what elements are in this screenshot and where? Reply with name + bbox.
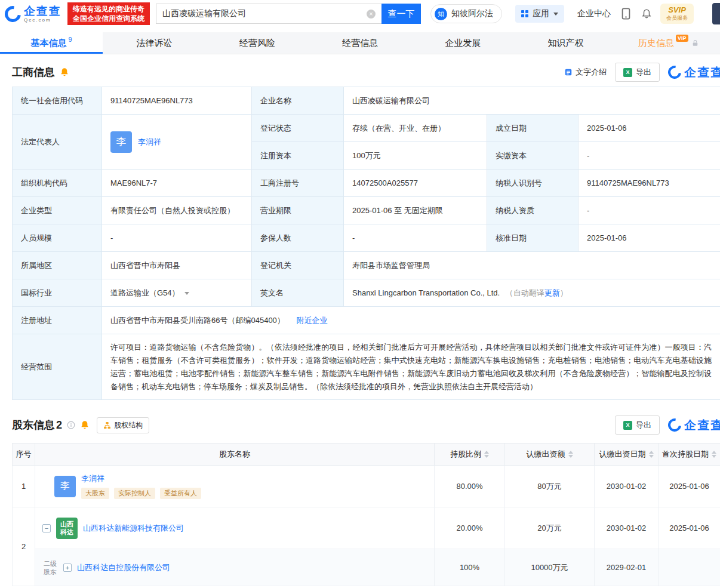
shareholder-link[interactable]: 山西科达新能源科技有限公司 bbox=[83, 523, 184, 534]
side-widget[interactable] bbox=[712, 3, 720, 24]
svip-member-badge[interactable]: SVIP 会员服务 bbox=[660, 4, 694, 23]
col-header-no: 序号 bbox=[13, 444, 35, 466]
industry-text: 道路运输业（G54） bbox=[110, 288, 180, 297]
info-icon[interactable] bbox=[67, 421, 75, 429]
label-insured-count: 参保人数 bbox=[252, 224, 344, 252]
text-intro-button[interactable]: 文字介绍 bbox=[564, 67, 607, 78]
subrow-ratio: 100% bbox=[435, 549, 505, 586]
equity-structure-icon bbox=[103, 421, 111, 429]
value-staff-size: - bbox=[102, 224, 252, 252]
qichacha-watermark: 企查查 bbox=[668, 64, 720, 81]
col-header-firstdate-sort[interactable]: 首次持股日期 bbox=[659, 444, 720, 466]
nearby-companies-link[interactable]: 附近企业 bbox=[296, 316, 327, 325]
shareholders-header-row: 序号 股东名称 持股比例 认缴出资额 认缴出资日期 首次持股日期 bbox=[13, 444, 720, 466]
qcc-watermark-icon bbox=[666, 63, 684, 82]
label-reg-status: 登记状态 bbox=[252, 115, 344, 142]
tab-intellectual-property-label: 知识产权 bbox=[548, 38, 584, 49]
export-button[interactable]: X 导出 bbox=[615, 63, 660, 82]
col-header-amount-sort[interactable]: 认缴出资额 bbox=[505, 444, 595, 466]
label-taxpayer-id: 纳税人识别号 bbox=[487, 170, 579, 197]
mobile-app-icon[interactable] bbox=[621, 8, 630, 20]
tab-basic-info-label: 基本信息 bbox=[31, 38, 67, 49]
value-reg-number: 14072500A025577 bbox=[344, 170, 487, 197]
label-registered-address: 注册地址 bbox=[13, 307, 102, 334]
sort-icon[interactable] bbox=[568, 451, 573, 458]
qcc-logo-icon bbox=[2, 2, 24, 25]
shareholders-actions: X 导出 企查查 bbox=[615, 415, 708, 435]
clear-search-icon[interactable]: × bbox=[367, 10, 376, 19]
subrow-amount: 10000万元 bbox=[505, 549, 595, 586]
export-button[interactable]: X 导出 bbox=[615, 415, 660, 435]
legal-rep-avatar: 李 bbox=[110, 131, 132, 153]
sort-icon[interactable] bbox=[484, 451, 489, 458]
export-label: 导出 bbox=[636, 420, 651, 430]
search-button[interactable]: 查一下 bbox=[381, 4, 421, 24]
tab-basic-info[interactable]: 基本信息 9 bbox=[0, 32, 103, 54]
shareholders-table: 序号 股东名称 持股比例 认缴出资额 认缴出资日期 首次持股日期 1 李 李润祥… bbox=[12, 443, 720, 586]
value-insured-count: - bbox=[344, 224, 487, 252]
zhibi-alpha-button[interactable]: 知 知彼阿尔法 bbox=[430, 4, 502, 23]
label-established-date: 成立日期 bbox=[487, 115, 579, 142]
tab-operation-info[interactable]: 经营信息 bbox=[309, 32, 411, 54]
sort-icon[interactable] bbox=[649, 451, 654, 458]
notifications-bell-icon[interactable] bbox=[641, 8, 652, 19]
equity-structure-button[interactable]: 股权结构 bbox=[97, 417, 149, 433]
search-bar: × 查一下 bbox=[156, 4, 421, 24]
doc-icon bbox=[564, 68, 573, 76]
search-input[interactable] bbox=[156, 4, 381, 24]
monitor-bell-icon[interactable] bbox=[60, 67, 69, 77]
translate-update-link[interactable]: 更新 bbox=[544, 288, 560, 297]
tab-company-development[interactable]: 企业发展 bbox=[411, 32, 514, 54]
label-registered-capital: 注册资本 bbox=[252, 142, 344, 170]
value-company-name: 山西凌碳运输有限公司 bbox=[344, 87, 720, 115]
col-header-ratio-sort[interactable]: 持股比例 bbox=[435, 444, 505, 466]
zhibi-alpha-label: 知彼阿尔法 bbox=[451, 8, 493, 19]
tab-intellectual-property[interactable]: 知识产权 bbox=[514, 32, 617, 54]
value-registered-address: 山西省晋中市寿阳县受川南路66号（邮编045400） 附近企业 bbox=[102, 307, 720, 334]
collapse-toggle[interactable]: − bbox=[42, 524, 51, 532]
col-header-subdate-sort[interactable]: 认缴出资日期 bbox=[595, 444, 659, 466]
label-approval-date: 核准日期 bbox=[487, 224, 579, 252]
label-taxpayer-quality: 纳税人资质 bbox=[487, 197, 579, 224]
label-org-code: 组织机构代码 bbox=[13, 170, 102, 197]
tab-history-info[interactable]: 历史信息 VIP bbox=[617, 32, 720, 54]
label-paid-capital: 实缴资本 bbox=[487, 142, 579, 170]
tab-operational-risk[interactable]: 经营风险 bbox=[206, 32, 309, 54]
qcc-logo-text-block: 企查查 Qcc.com bbox=[24, 5, 61, 23]
shareholders-title: 股东信息 bbox=[12, 418, 55, 432]
row1-first-date: 2025-01-06 bbox=[659, 466, 720, 507]
label-company-name: 企业名称 bbox=[252, 87, 344, 115]
shareholder-row-2: 2 − 山西 科达 山西科达新能源科技有限公司 20.00% 20万元 2030… bbox=[13, 507, 720, 549]
tab-operation-info-label: 经营信息 bbox=[342, 38, 378, 49]
row2-ratio: 20.00% bbox=[435, 507, 505, 549]
apps-menu-button[interactable]: 应用 bbox=[515, 5, 564, 23]
chevron-down-icon bbox=[553, 13, 558, 16]
chevron-down-icon[interactable] bbox=[184, 292, 189, 295]
shareholder-link[interactable]: 山西科达自控股份有限公司 bbox=[77, 562, 170, 573]
tab-legal[interactable]: 法律诉讼 bbox=[103, 32, 205, 54]
business-info-header: 工商信息 文字介绍 X 导出 企查查 bbox=[12, 63, 708, 82]
qcc-logo-domain: Qcc.com bbox=[24, 18, 61, 23]
value-business-term: 2025-01-06 至 无固定期限 bbox=[344, 197, 487, 224]
monitor-bell-icon[interactable] bbox=[80, 420, 90, 430]
expand-toggle[interactable]: + bbox=[63, 564, 72, 572]
row1-no: 1 bbox=[13, 466, 35, 507]
equity-structure-label: 股权结构 bbox=[114, 420, 143, 430]
enterprise-center-link[interactable]: 企业中心 bbox=[577, 8, 611, 19]
tab-basic-info-count: 9 bbox=[69, 36, 72, 43]
legal-rep-link[interactable]: 李润祥 bbox=[138, 136, 161, 148]
value-org-code: MAE96NL7-7 bbox=[102, 170, 252, 197]
excel-icon: X bbox=[623, 421, 632, 430]
shareholder-subrow: 二级股东 + 山西科达自控股份有限公司 100% 10000万元 2029-02… bbox=[13, 549, 720, 586]
sort-icon[interactable] bbox=[712, 451, 716, 458]
row2-amount: 20万元 bbox=[505, 507, 595, 549]
value-region: 山西省晋中市寿阳县 bbox=[102, 252, 252, 279]
qcc-logo[interactable]: 企查查 Qcc.com bbox=[5, 5, 61, 23]
row2-name-cell: − 山西 科达 山西科达新能源科技有限公司 bbox=[35, 507, 435, 549]
shareholder-avatar: 李 bbox=[54, 476, 76, 497]
subrow-sub-date: 2029-02-01 bbox=[595, 549, 659, 586]
svip-title: SVIP bbox=[666, 6, 688, 15]
label-registry-authority: 登记机关 bbox=[252, 252, 344, 279]
value-industry: 道路运输业（G54） bbox=[102, 279, 252, 307]
shareholder-link[interactable]: 李润祥 bbox=[81, 474, 104, 483]
